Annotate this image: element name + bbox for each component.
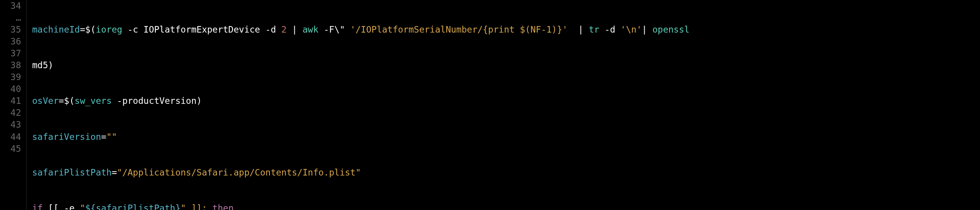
token-keyword: then bbox=[212, 203, 234, 210]
token-string: " bbox=[75, 203, 85, 210]
line-number: 38 bbox=[0, 59, 21, 71]
line-number: 39 bbox=[0, 71, 21, 83]
token-punct: =$( bbox=[59, 96, 75, 106]
token-punct: = bbox=[101, 132, 106, 142]
line-number: 41 bbox=[0, 95, 21, 107]
line-number: 42 bbox=[0, 107, 21, 119]
code-line[interactable]: osVer=$(sw_vers -productVersion) bbox=[32, 95, 689, 107]
token-punct: = bbox=[112, 167, 117, 177]
token-string: " ]]; bbox=[181, 203, 212, 210]
line-number: 44 bbox=[0, 131, 21, 143]
code-line[interactable]: safariVersion="" bbox=[32, 131, 689, 143]
line-number: 45 bbox=[0, 143, 21, 155]
token-variable: machineId bbox=[32, 25, 80, 34]
token-text: -e bbox=[64, 203, 75, 210]
line-number: 35 bbox=[0, 24, 21, 36]
line-number-gutter: 34 … 35 36 37 38 39 40 41 42 43 44 45 bbox=[0, 0, 27, 210]
token-string: "/Applications/Safari.app/Contents/Info.… bbox=[117, 167, 361, 177]
code-line[interactable]: md5) bbox=[32, 59, 689, 71]
token-variable: safariVersion bbox=[32, 132, 101, 142]
code-line[interactable]: if [[ -e "${safariPlistPath}" ]]; then bbox=[32, 202, 689, 210]
token-punct: ) bbox=[48, 60, 54, 70]
token-variable: osVer bbox=[32, 96, 59, 106]
token-text: -F\" bbox=[318, 25, 350, 34]
line-number: 36 bbox=[0, 36, 21, 48]
token-text: md5 bbox=[32, 60, 48, 70]
token-text: -d bbox=[599, 25, 621, 34]
token-text: | bbox=[287, 25, 303, 34]
token-text: | bbox=[568, 25, 589, 34]
token-punct: =$( bbox=[80, 25, 96, 34]
token-text: [[ bbox=[43, 203, 64, 210]
token-variable: safariPlistPath bbox=[32, 167, 112, 177]
token-command: openssl bbox=[652, 25, 689, 34]
line-number: 43 bbox=[0, 119, 21, 131]
token-number: 2 bbox=[281, 25, 287, 34]
token-string: '\n' bbox=[621, 25, 642, 34]
token-command: awk bbox=[302, 25, 318, 34]
line-number: 40 bbox=[0, 83, 21, 95]
token-keyword: if bbox=[32, 203, 43, 210]
line-number: 37 bbox=[0, 48, 21, 59]
token-text: -productVersion) bbox=[112, 96, 202, 106]
code-line[interactable]: safariPlistPath="/Applications/Safari.ap… bbox=[32, 167, 689, 179]
token-string: '/IOPlatformSerialNumber/{print $(NF-1)}… bbox=[350, 25, 568, 34]
token-text: -c IOPlatformExpertDevice -d bbox=[122, 25, 281, 34]
token-text: | bbox=[642, 25, 653, 34]
token-param: ${safariPlistPath} bbox=[85, 203, 181, 210]
token-command: sw_vers bbox=[75, 96, 112, 106]
token-command: ioreg bbox=[96, 25, 122, 34]
code-editor[interactable]: 34 … 35 36 37 38 39 40 41 42 43 44 45 ma… bbox=[0, 0, 980, 210]
token-string: "" bbox=[106, 132, 117, 142]
code-line[interactable]: machineId=$(ioreg -c IOPlatformExpertDev… bbox=[32, 24, 689, 36]
line-number: 34 bbox=[0, 0, 21, 12]
line-number: … bbox=[0, 12, 21, 24]
code-area[interactable]: machineId=$(ioreg -c IOPlatformExpertDev… bbox=[27, 0, 689, 210]
token-command: tr bbox=[589, 25, 599, 34]
